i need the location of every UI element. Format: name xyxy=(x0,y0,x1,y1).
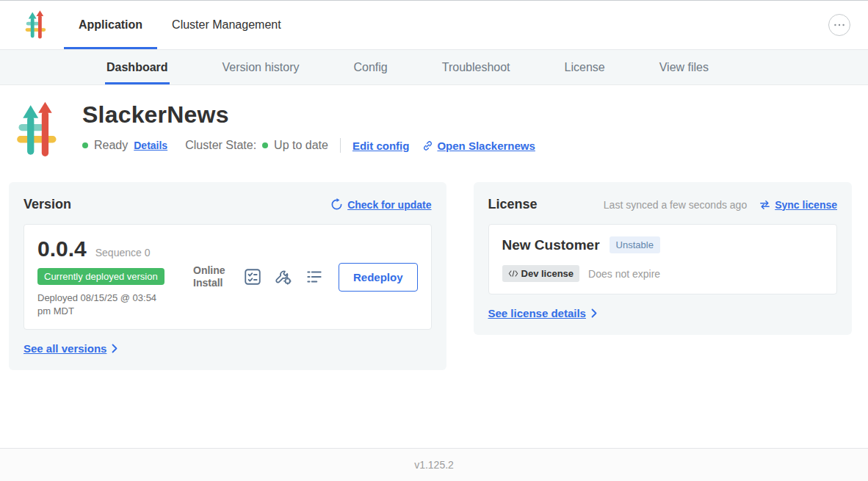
customer-name: New Customer xyxy=(502,237,600,253)
license-type-label: Dev license xyxy=(521,268,574,279)
check-for-update-label: Check for update xyxy=(347,199,431,211)
last-synced-label: Last synced a few seconds ago xyxy=(604,199,747,211)
expiration-label: Does not expire xyxy=(588,268,660,280)
tab-cluster-management[interactable]: Cluster Management xyxy=(157,1,296,49)
chain-link-icon xyxy=(422,140,433,151)
install-type-label: Online Install xyxy=(193,264,231,290)
cluster-state-value: Up to date xyxy=(274,139,328,152)
config-wrench-icon[interactable] xyxy=(274,267,293,286)
app-logo-icon xyxy=(25,10,47,40)
cluster-state-dot xyxy=(262,142,268,148)
open-app-link[interactable]: Open Slackernews xyxy=(422,140,535,152)
version-action-icons xyxy=(243,267,324,286)
app-icon-large xyxy=(16,101,59,159)
version-card-header: Version Check for update xyxy=(23,197,432,212)
chevron-right-icon xyxy=(591,308,597,318)
current-version-panel: 0.0.4 Sequence 0 Currently deployed vers… xyxy=(23,224,432,330)
refresh-icon xyxy=(330,198,343,211)
see-all-versions-link[interactable]: See all versions xyxy=(23,342,117,355)
deploy-logs-icon[interactable] xyxy=(305,267,324,286)
dashboard-cards: Version Check for update 0.0.4 Sequence … xyxy=(0,182,868,370)
version-card: Version Check for update 0.0.4 Sequence … xyxy=(9,182,446,370)
top-tabs: Application Cluster Management xyxy=(64,1,296,49)
check-for-update-link[interactable]: Check for update xyxy=(330,198,431,211)
app-info: SlackerNews Ready Details Cluster State:… xyxy=(82,101,535,159)
preflight-checks-icon[interactable] xyxy=(243,267,262,286)
more-menu-button[interactable] xyxy=(828,14,850,36)
version-details: 0.0.4 Sequence 0 Currently deployed vers… xyxy=(37,236,193,317)
license-type-badge: Dev license xyxy=(502,265,580,282)
chevron-right-icon xyxy=(112,344,117,353)
version-card-title: Version xyxy=(23,197,71,212)
redeploy-button[interactable]: Redeploy xyxy=(339,263,418,292)
subnav-item-config[interactable]: Config xyxy=(354,50,388,84)
cluster-state-label: Cluster State: xyxy=(185,139,256,152)
sync-license-link[interactable]: Sync license xyxy=(759,199,837,211)
subnav-item-license[interactable]: License xyxy=(565,50,605,84)
code-icon xyxy=(508,270,518,277)
subnav-item-view-files[interactable]: View files xyxy=(659,50,709,84)
vertical-divider xyxy=(340,138,341,153)
console-version-label: v1.125.2 xyxy=(414,459,454,471)
subnav-item-dashboard[interactable]: Dashboard xyxy=(106,50,168,84)
app-status-row: Ready Details Cluster State: Up to date … xyxy=(82,138,535,153)
sync-license-label: Sync license xyxy=(775,199,837,211)
footer: v1.125.2 xyxy=(0,448,868,481)
open-app-link-label: Open Slackernews xyxy=(437,140,535,152)
see-license-details-link[interactable]: See license details xyxy=(488,307,597,319)
details-link[interactable]: Details xyxy=(134,140,167,151)
license-panel: New Customer Unstable Dev license Does n… xyxy=(488,224,837,294)
tab-application[interactable]: Application xyxy=(64,1,157,49)
version-number: 0.0.4 xyxy=(37,236,87,261)
license-card: License Last synced a few seconds ago Sy… xyxy=(474,182,852,335)
channel-badge: Unstable xyxy=(610,236,660,253)
subnav-item-troubleshoot[interactable]: Troubleshoot xyxy=(442,50,510,84)
subnav-item-version-history[interactable]: Version history xyxy=(223,50,300,84)
deployed-status-badge: Currently deployed version xyxy=(37,268,164,285)
ready-status-dot xyxy=(82,142,88,148)
see-all-versions-label: See all versions xyxy=(23,342,106,355)
sequence-label: Sequence 0 xyxy=(95,247,151,258)
page-title: SlackerNews xyxy=(82,101,535,129)
top-navbar: Application Cluster Management xyxy=(0,1,868,50)
see-license-details-label: See license details xyxy=(488,307,586,319)
main-content: SlackerNews Ready Details Cluster State:… xyxy=(0,85,868,448)
ellipsis-icon xyxy=(833,23,845,26)
deployed-timestamp: Deployed 08/15/25 @ 03:54 pm MDT xyxy=(37,292,168,317)
license-card-header: License Last synced a few seconds ago Sy… xyxy=(488,197,837,212)
app-header: SlackerNews Ready Details Cluster State:… xyxy=(0,85,868,159)
sync-icon xyxy=(759,200,771,210)
app-subnav: Dashboard Version history Config Trouble… xyxy=(0,50,868,85)
license-card-title: License xyxy=(488,197,538,212)
ready-status-label: Ready xyxy=(94,139,128,152)
edit-config-link[interactable]: Edit config xyxy=(352,140,410,152)
